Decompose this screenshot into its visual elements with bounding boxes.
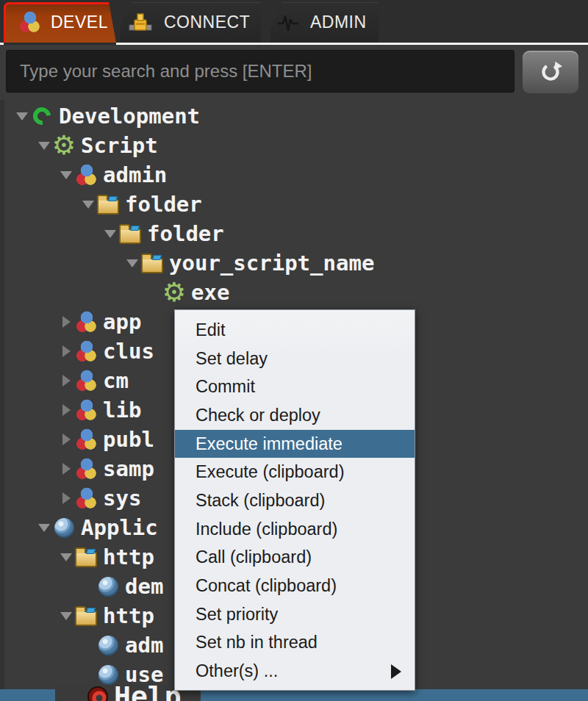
search-input[interactable] <box>6 50 514 93</box>
tree-item-label: Development <box>59 101 200 131</box>
menu-item-execute-clipboard[interactable]: Execute (clipboard) <box>175 458 415 486</box>
expand-arrow[interactable] <box>57 171 75 179</box>
expand-arrow[interactable] <box>57 553 75 561</box>
menu-item-label: Execute (clipboard) <box>196 462 401 482</box>
menu-item-label: Other(s) ... <box>196 661 384 681</box>
menu-item-label: Include (clipboard) <box>196 520 401 539</box>
menu-item-check-or-deploy[interactable]: Check or deploy <box>175 401 415 430</box>
refresh-button[interactable] <box>521 49 580 95</box>
tab-devel[interactable]: DEVEL <box>4 2 116 43</box>
folder-shape <box>75 552 97 567</box>
tree-item-exe[interactable]: ⚙exe <box>4 278 588 307</box>
chevron-down-icon <box>38 142 50 150</box>
expand-arrow[interactable] <box>57 434 75 445</box>
menu-item-commit[interactable]: Commit <box>175 373 415 401</box>
expand-arrow[interactable] <box>123 259 141 267</box>
tab-connect[interactable]: CONNECT <box>120 2 261 43</box>
tab-admin[interactable]: ADMIN <box>270 2 379 43</box>
menu-item-other-s[interactable]: Other(s) ... <box>175 657 415 686</box>
tree-item-label: cm <box>103 366 129 395</box>
menu-item-set-priority[interactable]: Set priority <box>175 600 415 629</box>
tree-item-label: exe <box>191 278 229 307</box>
tree-item-script[interactable]: ⚙Script <box>4 131 588 160</box>
chevron-down-icon <box>104 230 116 238</box>
expand-arrow[interactable] <box>79 201 97 209</box>
menu-item-include-clipboard[interactable]: Include (clipboard) <box>175 515 415 544</box>
tab-admin-label: ADMIN <box>310 12 367 32</box>
devel-tricircle-icon <box>18 11 42 35</box>
tree-item-label: Applic <box>81 513 158 542</box>
help-label: Help <box>114 682 182 701</box>
tricircle-shape <box>75 340 97 362</box>
tricircle-shape <box>75 311 97 333</box>
tree-item-folder[interactable]: folder <box>4 219 588 248</box>
tricircle-icon <box>75 339 97 363</box>
chevron-right-icon <box>62 345 71 357</box>
menu-item-label: Check or deploy <box>196 406 401 425</box>
globe-shape <box>54 518 74 538</box>
tricircle-shape <box>75 458 97 480</box>
tree-item-admin[interactable]: admin <box>4 160 588 190</box>
tree-item-label: your_script_name <box>169 248 374 278</box>
globe-icon <box>53 516 75 539</box>
expand-arrow[interactable] <box>35 524 53 532</box>
tricircle-icon <box>75 310 97 334</box>
expand-arrow[interactable] <box>57 492 75 504</box>
expand-arrow[interactable] <box>57 404 75 416</box>
menu-item-set-delay[interactable]: Set delay <box>175 345 415 373</box>
tree-item-label: clus <box>103 337 154 366</box>
tricircle-icon <box>75 398 97 422</box>
menu-item-label: Call (clipboard) <box>196 547 401 567</box>
expand-arrow[interactable] <box>57 612 75 620</box>
expand-arrow[interactable] <box>101 230 119 238</box>
expand-arrow[interactable] <box>57 316 75 328</box>
pulse-icon <box>276 11 300 35</box>
menu-item-label: Execute immediate <box>196 434 401 454</box>
expand-arrow[interactable] <box>35 142 53 150</box>
expand-arrow[interactable] <box>13 112 31 121</box>
folder-shape <box>97 199 119 215</box>
context-menu: EditSet delayCommitCheck or deployExecut… <box>174 309 415 691</box>
chevron-down-icon <box>38 524 50 532</box>
menu-item-label: Stack (clipboard) <box>196 491 401 511</box>
folder-icon <box>119 222 141 245</box>
expand-arrow[interactable] <box>57 463 75 475</box>
search-panel <box>0 45 588 100</box>
tree-item-label: dem <box>125 572 163 601</box>
menu-item-edit[interactable]: Edit <box>175 316 415 345</box>
menu-item-call-clipboard[interactable]: Call (clipboard) <box>175 544 415 572</box>
folder-icon <box>97 193 119 216</box>
tree-item-your_script_name[interactable]: your_script_name <box>4 248 588 278</box>
menu-item-label: Commit <box>196 377 401 397</box>
tab-bar: DEVEL CONNECT ADMIN <box>0 0 588 43</box>
app-window: DEVEL CONNECT ADMIN <box>0 0 588 701</box>
recycle-icon <box>31 104 53 128</box>
tree-item-folder[interactable]: folder <box>4 190 588 219</box>
menu-item-concat-clipboard[interactable]: Concat (clipboard) <box>175 572 415 600</box>
menu-item-set-nb-in-thread[interactable]: Set nb in thread <box>175 629 415 658</box>
expand-arrow[interactable] <box>57 375 75 387</box>
menu-item-execute-immediate[interactable]: Execute immediate <box>175 430 415 459</box>
chevron-down-icon <box>60 612 72 620</box>
tricircle-icon <box>75 369 97 392</box>
tree-item-label: publ <box>103 425 154 454</box>
tree-item-label: samp <box>103 454 154 483</box>
folder-shape <box>119 229 141 244</box>
menu-item-stack-clipboard[interactable]: Stack (clipboard) <box>175 486 415 515</box>
globe-icon <box>97 633 119 657</box>
chevron-down-icon <box>60 553 72 561</box>
lifebuoy-icon <box>87 686 108 701</box>
submenu-arrow-icon <box>391 664 401 679</box>
tree-item-label: folder <box>147 219 224 248</box>
tricircle-icon <box>75 457 97 481</box>
tree-item-label: http <box>103 542 154 572</box>
chevron-down-icon <box>82 201 94 209</box>
chevron-down-icon <box>126 259 138 267</box>
chevron-right-icon <box>62 316 71 328</box>
expand-arrow[interactable] <box>57 345 75 357</box>
tree-item-development[interactable]: Development <box>4 101 588 131</box>
recycle-shape <box>29 104 54 129</box>
chevron-right-icon <box>62 434 71 445</box>
tree-item-label: sys <box>103 483 141 513</box>
tricircle-shape <box>75 487 97 509</box>
